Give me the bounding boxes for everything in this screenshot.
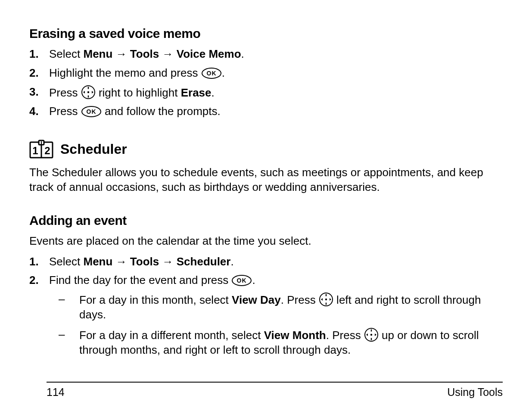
voice-memo-label: Voice Memo bbox=[177, 47, 241, 60]
sub-bullet-list: – For a day in this month, select View D… bbox=[49, 292, 503, 357]
menu-label: Menu bbox=[84, 255, 113, 268]
text: Highlight the memo and press bbox=[49, 66, 201, 79]
bullet-body: For a day in a different month, select V… bbox=[79, 327, 503, 358]
step-number: 3. bbox=[29, 85, 49, 100]
text: Press bbox=[49, 105, 81, 118]
nav-key-icon bbox=[364, 327, 379, 342]
ok-button-icon bbox=[231, 274, 252, 286]
text: . Press bbox=[326, 329, 364, 342]
step-3: 3. Press right to highlight Erase. bbox=[29, 85, 503, 100]
heading-adding-event: Adding an event bbox=[29, 212, 503, 229]
sub-bullet-1: – For a day in this month, select View D… bbox=[49, 292, 503, 322]
view-day-label: View Day bbox=[232, 293, 281, 306]
scheduler-description: The Scheduler allows you to schedule eve… bbox=[29, 165, 503, 195]
dash-bullet: – bbox=[59, 327, 79, 342]
step-body: Highlight the memo and press . bbox=[49, 66, 503, 81]
dash-bullet: – bbox=[59, 292, 79, 307]
step-1: 1. Select Menu → Tools → Scheduler. bbox=[29, 255, 503, 269]
page-footer: 114 Using Tools bbox=[29, 382, 503, 399]
step-4: 4. Press and follow the prompts. bbox=[29, 104, 503, 119]
step-2: 2. Find the day for the event and press … bbox=[29, 273, 503, 362]
text: For a day in a different month, select bbox=[79, 329, 264, 342]
step-2: 2. Highlight the memo and press . bbox=[29, 66, 503, 81]
text: and follow the prompts. bbox=[102, 105, 221, 118]
arrow-icon: → bbox=[162, 47, 174, 60]
step-number: 1. bbox=[29, 255, 49, 269]
menu-label: Menu bbox=[84, 47, 113, 60]
scheduler-label: Scheduler bbox=[177, 255, 231, 268]
text: . Press bbox=[281, 293, 319, 306]
bullet-body: For a day in this month, select View Day… bbox=[79, 292, 503, 322]
tools-label: Tools bbox=[130, 255, 159, 268]
text: Select bbox=[49, 255, 84, 268]
page-number: 114 bbox=[47, 385, 65, 399]
step-number: 2. bbox=[29, 66, 49, 81]
text: . bbox=[212, 86, 215, 99]
text: Press bbox=[49, 86, 81, 99]
arrow-icon: → bbox=[116, 47, 127, 60]
ok-button-icon bbox=[201, 67, 222, 79]
step-body: Find the day for the event and press . –… bbox=[49, 273, 503, 362]
step-number: 2. bbox=[29, 273, 49, 288]
step-number: 4. bbox=[29, 104, 49, 119]
text: For a day in this month, select bbox=[79, 293, 232, 306]
arrow-icon: → bbox=[162, 255, 174, 268]
adding-event-intro: Events are placed on the calendar at the… bbox=[29, 234, 503, 249]
steps-add-list: 1. Select Menu → Tools → Scheduler. 2. F… bbox=[29, 255, 503, 363]
erase-label: Erase bbox=[181, 86, 212, 99]
ok-button-icon bbox=[81, 106, 102, 118]
step-body: Press right to highlight Erase. bbox=[49, 85, 503, 100]
step-1: 1. Select Menu → Tools → Voice Memo. bbox=[29, 47, 503, 62]
tools-label: Tools bbox=[130, 47, 159, 60]
text: . bbox=[252, 274, 255, 286]
text: Select bbox=[49, 47, 84, 60]
heading-erasing-voice-memo: Erasing a saved voice memo bbox=[29, 25, 503, 42]
scheduler-heading-row: Scheduler bbox=[29, 140, 503, 159]
view-month-label: View Month bbox=[264, 329, 326, 342]
step-body: Select Menu → Tools → Scheduler. bbox=[49, 255, 503, 269]
nav-key-icon bbox=[81, 85, 96, 100]
text: right to highlight bbox=[96, 86, 181, 99]
text: . bbox=[241, 47, 244, 60]
step-body: Select Menu → Tools → Voice Memo. bbox=[49, 47, 503, 62]
step-number: 1. bbox=[29, 47, 49, 62]
text: . bbox=[230, 255, 233, 268]
sub-bullet-2: – For a day in a different month, select… bbox=[49, 327, 503, 358]
scheduler-calendar-icon bbox=[29, 140, 54, 159]
step-body: Press and follow the prompts. bbox=[49, 104, 503, 119]
arrow-icon: → bbox=[116, 255, 127, 268]
nav-key-icon bbox=[319, 292, 333, 307]
text: Find the day for the event and press bbox=[49, 274, 231, 286]
text: . bbox=[222, 66, 225, 79]
steps-erase-list: 1. Select Menu → Tools → Voice Memo. 2. … bbox=[29, 47, 503, 119]
footer-section-label: Using Tools bbox=[447, 385, 503, 399]
scheduler-title: Scheduler bbox=[60, 140, 127, 159]
